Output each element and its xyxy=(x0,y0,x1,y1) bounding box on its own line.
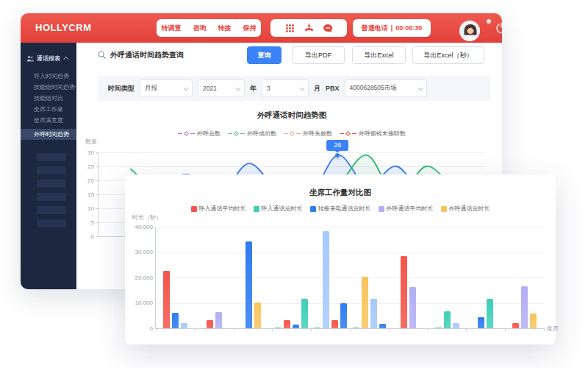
bar-green[interactable] xyxy=(314,328,320,329)
legend-diamond-icon xyxy=(345,131,351,136)
avatar[interactable] xyxy=(459,21,480,41)
bar-chart-x-tick xyxy=(544,328,545,331)
notification-badge xyxy=(487,19,491,24)
dialpad-icon[interactable] xyxy=(280,24,299,33)
bar-chart-y-axis-line xyxy=(155,227,156,328)
line-legend-item-1[interactable]: 外呼成功数 xyxy=(228,130,276,138)
bar-teal[interactable] xyxy=(301,299,308,328)
year-unit-label: 年 xyxy=(250,84,257,93)
legend-line-icon xyxy=(228,133,232,134)
legend-line-icon xyxy=(340,133,344,134)
time-type-value: 月报 xyxy=(145,84,157,93)
chat-icon[interactable] xyxy=(318,24,337,33)
query-button[interactable]: 查询 xyxy=(247,46,282,64)
sidebar-item-agent-workload[interactable]: 坐席工作量 xyxy=(21,104,76,115)
bar-red[interactable] xyxy=(284,320,290,328)
line-chart-y-axis-title: 数量 xyxy=(74,138,97,146)
bar-green[interactable] xyxy=(275,328,282,329)
line-chart-y-tick: 0 xyxy=(79,233,94,240)
bar-blue[interactable] xyxy=(245,241,252,328)
bar-purple[interactable] xyxy=(409,287,416,328)
month-value: 3 xyxy=(267,85,270,92)
bar-legend-item-0[interactable]: 呼入通话平均时长 xyxy=(191,205,246,213)
bar-lightblue[interactable] xyxy=(370,299,377,328)
skeleton-block xyxy=(37,180,66,188)
bar-yellow[interactable] xyxy=(362,277,368,328)
bar-legend-item-4[interactable]: 外呼通话总时长 xyxy=(441,205,490,213)
skeleton-block xyxy=(37,153,66,161)
bar-red[interactable] xyxy=(331,320,338,328)
bar-lightblue[interactable] xyxy=(323,231,329,328)
bar-green[interactable] xyxy=(353,328,359,329)
time-type-select[interactable]: 月报 xyxy=(140,79,193,97)
month-select[interactable]: 3 xyxy=(262,79,309,97)
bar-chart-gridline xyxy=(156,303,544,304)
agent-workload-card: 坐席工作量对比图 呼入通话平均时长呼入通话总时长转接来电通话总时长外呼通话平均时… xyxy=(125,174,556,344)
sidebar-item-outbound-trend[interactable]: 外呼时间趋势 xyxy=(21,129,76,140)
export-pdf-button[interactable]: 导出PDF xyxy=(292,46,345,64)
legend-line-icon xyxy=(352,133,356,134)
bar-purple[interactable] xyxy=(215,312,222,328)
pbx-select[interactable]: 4000628505市场 xyxy=(345,79,427,97)
bar-green[interactable] xyxy=(435,328,442,329)
bar-blue[interactable] xyxy=(172,313,179,328)
bar-yellow[interactable] xyxy=(530,314,537,328)
bar-chart-x-tick xyxy=(311,328,312,331)
line-chart-y-tick: 5 xyxy=(79,219,94,226)
line-legend-item-2[interactable]: 外呼失败数 xyxy=(284,130,332,138)
legend-line-icon xyxy=(296,133,301,134)
call-timer: 00:00:30 xyxy=(395,24,422,32)
bar-legend-item-1[interactable]: 呼入通话总时长 xyxy=(254,205,303,213)
bar-blue[interactable] xyxy=(379,324,386,328)
line-chart-y-tick: 15 xyxy=(79,191,94,198)
bar-blue[interactable] xyxy=(478,317,484,328)
users-icon xyxy=(26,55,34,62)
app-canvas: HOLLYCRM 转调查 咨询 转接 保持 xyxy=(0,0,588,368)
transfer-survey-button[interactable]: 转调查 xyxy=(156,24,187,33)
sidebar-item-skillgroup-compare[interactable]: 技能组对比 xyxy=(21,93,76,104)
line-chart-y-tick: 20 xyxy=(79,177,94,184)
bar-blue[interactable] xyxy=(293,325,299,328)
sidebar-group-call-reports[interactable]: 通话报表 xyxy=(21,50,76,66)
bar-legend-item-3[interactable]: 外呼通话平均时长 xyxy=(379,205,434,213)
bar-teal[interactable] xyxy=(444,311,451,328)
sidebar-item-inbound-trend[interactable]: 呼入时间趋势 xyxy=(21,71,76,82)
bar-yellow[interactable] xyxy=(254,302,261,328)
hold-button[interactable]: 保持 xyxy=(237,24,262,33)
skeleton-block xyxy=(37,206,66,214)
legend-diamond-icon xyxy=(234,131,239,136)
export-excel-seconds-button[interactable]: 导出Excel（秒） xyxy=(412,46,484,64)
call-type-label: 普通电话 xyxy=(362,24,388,33)
bar-purple[interactable] xyxy=(521,286,528,328)
line-chart-legend: 外呼总数外呼成功数外呼失败数外呼振铃未接听数 xyxy=(98,130,485,138)
bar-chart-x-tick xyxy=(234,328,234,331)
bar-lightblue[interactable] xyxy=(453,323,459,328)
pbx-label: PBX xyxy=(326,85,340,92)
status-divider: | xyxy=(391,24,393,32)
bar-lightblue[interactable] xyxy=(181,323,187,328)
legend-line-icon xyxy=(190,133,195,134)
line-legend-item-0[interactable]: 外呼总数 xyxy=(178,130,220,138)
line-legend-item-3[interactable]: 外呼振铃未接听数 xyxy=(340,130,406,138)
sidebar-item-agent-satisfaction[interactable]: 坐席满意度 xyxy=(21,115,76,126)
bar-legend-item-2[interactable]: 转接来电通话总时长 xyxy=(310,205,371,213)
hangup-call-icon[interactable] xyxy=(299,23,318,33)
bar-red[interactable] xyxy=(401,256,407,328)
transfer-button[interactable]: 转接 xyxy=(212,24,237,33)
power-icon[interactable] xyxy=(495,22,502,34)
export-excel-button[interactable]: 导出Excel xyxy=(352,46,406,64)
sidebar-item-skillgroup-trend[interactable]: 技能组时间趋势 xyxy=(21,82,76,93)
year-select[interactable]: 2021 xyxy=(198,79,245,97)
bar-red[interactable] xyxy=(512,323,519,328)
bar-chart-gridline xyxy=(156,252,544,253)
legend-label: 呼入通话平均时长 xyxy=(199,205,246,213)
bar-red[interactable] xyxy=(163,271,170,328)
skeleton-block xyxy=(37,166,66,174)
app-logo: HOLLYCRM xyxy=(35,22,91,33)
bar-teal[interactable] xyxy=(487,299,493,328)
legend-label: 呼入通话总时长 xyxy=(262,205,303,213)
bar-red[interactable] xyxy=(207,320,213,328)
bar-blue[interactable] xyxy=(340,303,347,328)
consult-button[interactable]: 咨询 xyxy=(187,24,212,33)
sidebar-group-label: 通话报表 xyxy=(37,54,60,63)
